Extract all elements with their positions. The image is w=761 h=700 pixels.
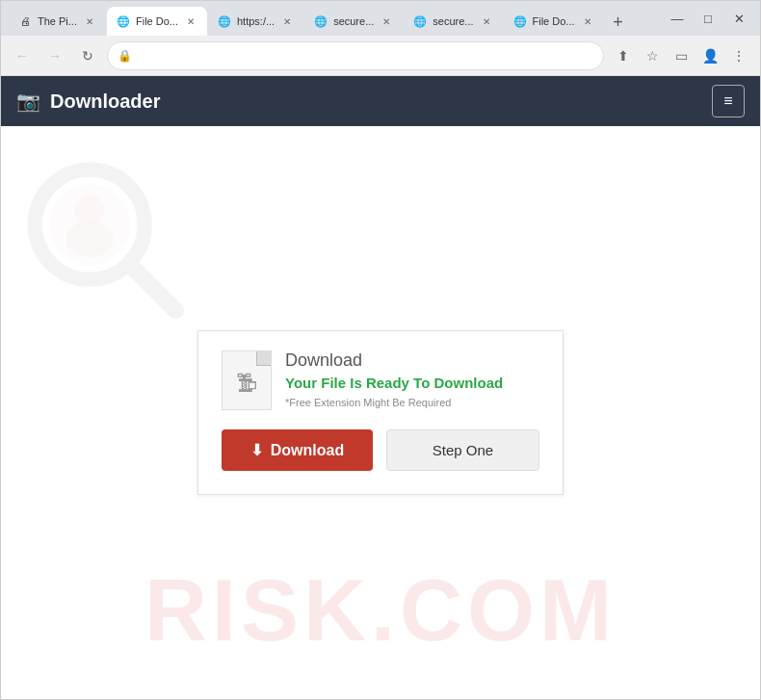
- tab-6-label: File Do...: [533, 15, 575, 27]
- tab-2-label: File Do...: [136, 15, 178, 27]
- brand-label: Downloader: [50, 91, 160, 113]
- step-one-label: Step One: [433, 442, 493, 458]
- close-button[interactable]: ✕: [725, 5, 752, 32]
- bookmark-icon[interactable]: ☆: [639, 42, 666, 69]
- download-card: 🗜 Download Your File Is Ready To Downloa…: [197, 330, 564, 495]
- new-tab-button[interactable]: +: [605, 9, 632, 36]
- share-icon[interactable]: ⬆: [610, 42, 637, 69]
- title-bar: 🖨 The Pi... ✕ 🌐 File Do... ✕ 🌐 https:/..…: [1, 1, 760, 36]
- menu-icon[interactable]: ⋮: [725, 42, 752, 69]
- tab-6-icon: 🌐: [513, 14, 527, 28]
- tab-3-label: https:/...: [237, 15, 275, 27]
- tab-1-close[interactable]: ✕: [83, 14, 96, 28]
- zip-icon: 🗜: [236, 372, 257, 397]
- svg-point-2: [75, 195, 104, 224]
- url-bar[interactable]: 🔒: [107, 41, 604, 70]
- tab-5-close[interactable]: ✕: [480, 14, 493, 28]
- page-content: PC RISK.COM 🗜 Download Your File Is Read…: [1, 126, 760, 699]
- tab-5-label: secure...: [433, 15, 473, 27]
- tab-2[interactable]: 🌐 File Do... ✕: [107, 7, 207, 36]
- tab-5-icon: 🌐: [413, 14, 427, 28]
- card-subtitle: Your File Is Ready To Download: [285, 375, 539, 391]
- svg-line-4: [130, 265, 176, 311]
- sidebar-icon[interactable]: ▭: [668, 42, 695, 69]
- card-title: Download: [285, 350, 539, 371]
- magnifier-watermark: [20, 155, 203, 338]
- svg-point-3: [66, 220, 114, 257]
- file-icon: 🗜: [222, 350, 272, 410]
- back-button[interactable]: ←: [9, 42, 36, 69]
- tab-group: 🖨 The Pi... ✕ 🌐 File Do... ✕ 🌐 https:/..…: [9, 1, 660, 36]
- tab-6-close[interactable]: ✕: [581, 14, 594, 28]
- tab-1[interactable]: 🖨 The Pi... ✕: [9, 7, 106, 36]
- tab-3-icon: 🌐: [218, 14, 231, 28]
- tab-4-close[interactable]: ✕: [380, 14, 393, 28]
- card-note: *Free Extension Might Be Required: [285, 397, 539, 408]
- address-bar: ← → ↻ 🔒 ⬆ ☆ ▭ 👤 ⋮: [1, 36, 760, 76]
- tab-4-icon: 🌐: [314, 14, 328, 28]
- window-controls: — □ ✕: [664, 5, 752, 32]
- profile-icon[interactable]: 👤: [696, 42, 723, 69]
- forward-button[interactable]: →: [41, 42, 68, 69]
- app-navbar: 📷 Downloader ≡: [1, 76, 760, 126]
- tab-4-label: secure...: [333, 15, 374, 27]
- download-button-label: Download: [271, 442, 344, 459]
- step-one-button[interactable]: Step One: [386, 429, 539, 471]
- minimize-button[interactable]: —: [664, 5, 691, 32]
- tab-1-label: The Pi...: [38, 15, 77, 27]
- tab-6[interactable]: 🌐 File Do... ✕: [504, 7, 604, 36]
- browser-window: 🖨 The Pi... ✕ 🌐 File Do... ✕ 🌐 https:/..…: [0, 0, 761, 700]
- card-header: 🗜 Download Your File Is Ready To Downloa…: [222, 350, 539, 410]
- tab-4[interactable]: 🌐 secure... ✕: [304, 7, 403, 36]
- tab-2-close[interactable]: ✕: [184, 14, 197, 28]
- camera-icon: 📷: [16, 90, 40, 113]
- toolbar-icons: ⬆ ☆ ▭ 👤 ⋮: [610, 42, 752, 69]
- tab-5[interactable]: 🌐 secure... ✕: [404, 7, 502, 36]
- tab-3[interactable]: 🌐 https:/... ✕: [208, 7, 303, 36]
- card-text: Download Your File Is Ready To Download …: [285, 350, 539, 408]
- download-arrow-icon: ⬇: [250, 441, 263, 459]
- tab-1-icon: 🖨: [18, 14, 32, 28]
- card-actions: ⬇ Download Step One: [222, 429, 539, 471]
- brand: 📷 Downloader: [16, 90, 160, 113]
- refresh-button[interactable]: ↻: [74, 42, 101, 69]
- lock-icon: 🔒: [118, 49, 132, 63]
- tab-3-close[interactable]: ✕: [280, 14, 294, 28]
- risk-watermark: RISK.COM: [144, 561, 617, 661]
- maximize-button[interactable]: □: [695, 5, 722, 32]
- navbar-toggler-button[interactable]: ≡: [712, 85, 745, 117]
- tab-2-icon: 🌐: [117, 14, 130, 28]
- download-button[interactable]: ⬇ Download: [222, 429, 373, 471]
